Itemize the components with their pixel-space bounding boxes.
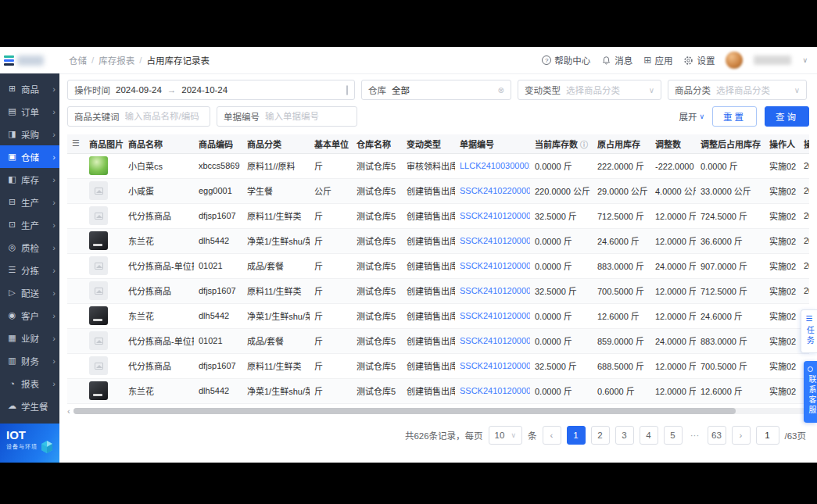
category-select[interactable]: 商品分类 选择商品分类 ∨	[668, 80, 807, 100]
product-image	[89, 306, 108, 325]
search-button[interactable]: 查询	[765, 106, 809, 127]
avatar[interactable]	[726, 52, 743, 69]
product-code: dfjsp1607	[194, 278, 242, 303]
change-type: 创建销售出库	[402, 278, 455, 303]
sidebar-item-delivery[interactable]: ▷配送›	[0, 281, 59, 304]
doc-number-link[interactable]: SSCK24101200003	[460, 236, 530, 245]
sidebar-item-inventory[interactable]: ◧库存›	[0, 168, 59, 191]
user-menu-caret-icon[interactable]: ∨	[802, 56, 808, 64]
prev-page-button[interactable]: ‹	[543, 426, 561, 445]
doc-number-link[interactable]: SSCK24101200003	[460, 286, 530, 295]
chevron-right-icon: ›	[52, 175, 56, 184]
doc-number-link[interactable]: SSCK24101200004	[460, 211, 530, 220]
operator: 实施02	[765, 228, 799, 253]
date-range-picker[interactable]: 操作时间 2024-09-24 → 2024-10-24	[67, 80, 355, 100]
image-placeholder-icon	[95, 188, 103, 195]
scroll-left-hint-icon[interactable]: ‹	[67, 406, 70, 416]
change-type-select[interactable]: 变动类型 选择商品分类 ∨	[518, 80, 661, 100]
scrollbar-thumb[interactable]	[73, 408, 736, 414]
help-center-button[interactable]: ? 帮助中心	[542, 54, 590, 66]
inventory-icon: ◧	[7, 174, 17, 184]
clear-icon[interactable]: ⊗	[498, 86, 504, 95]
keyword-input[interactable]	[125, 112, 204, 121]
base-unit: 斤	[310, 353, 352, 378]
operator: 实施02	[765, 203, 799, 228]
sidebar-item-warehouse[interactable]: ▣仓储›	[0, 145, 59, 168]
breadcrumb: 仓储/库存报表/占用库存记录表	[69, 54, 210, 66]
sidebar-item-student-meal[interactable]: ☁学生餐	[0, 395, 59, 417]
tasks-floating-button[interactable]: ☰ 任务	[801, 309, 817, 353]
column-settings-icon[interactable]: ☰	[72, 138, 80, 148]
doc-number-link[interactable]: LLCK24100300001	[460, 161, 530, 170]
doc-number-link[interactable]: SSCK24101200002	[460, 336, 530, 345]
breadcrumb-item[interactable]: 仓储	[69, 54, 87, 66]
doc-number-input[interactable]	[265, 112, 350, 121]
filter-row-2: 商品关键词 单据编号 展开 ∨ 重置 查询	[67, 106, 809, 127]
page-button-63[interactable]: 63	[708, 426, 726, 445]
sidebar-item-sorting[interactable]: ☰分拣›	[0, 259, 59, 281]
adjusted-occupied-stock: 33.0000 公斤	[696, 178, 765, 203]
student-meal-icon: ☁	[7, 401, 17, 411]
horizontal-scrollbar[interactable]	[73, 408, 809, 414]
chevron-right-icon: ›	[52, 334, 56, 343]
page-button-2[interactable]: 2	[591, 426, 610, 445]
adjusted-occupied-stock: 0.0000 斤	[696, 153, 765, 178]
sidebar-item-label: 分拣	[21, 264, 48, 277]
product-code: dfjsp1607	[194, 353, 242, 378]
doc-number-link[interactable]: SSCK24101200002	[460, 311, 530, 320]
product-code: dfjsp1607	[194, 203, 242, 228]
product-code: 01021	[194, 253, 242, 278]
product-image	[89, 156, 108, 175]
sidebar-item-label: 财务	[21, 355, 48, 367]
operator: 实施02	[765, 178, 799, 203]
product-name: 东兰花	[124, 303, 194, 328]
page-button-5[interactable]: 5	[664, 426, 683, 445]
sidebar-item-quality-check[interactable]: ◎质检›	[0, 236, 59, 259]
customer-service-floating-button[interactable]: 联系客服	[804, 361, 817, 423]
sidebar-item-products[interactable]: ⊞商品›	[0, 77, 59, 100]
page-jump-input[interactable]	[756, 426, 779, 445]
product-name: 代分拣商品-单位换算	[124, 253, 194, 278]
product-name: 东兰花	[124, 378, 194, 403]
change-type: 创建销售出库	[402, 328, 455, 353]
doc-number-link[interactable]: SSCK24101200001	[460, 386, 530, 395]
messages-button[interactable]: 消息	[601, 54, 632, 66]
table-zone: ☰商品图片商品名称商品编码商品分类基本单位仓库名称变动类型单据编号当前库存数 ⓘ…	[59, 134, 817, 416]
adjustment-qty: 4.0000 公斤	[650, 178, 696, 203]
keyword-field: 商品关键词	[67, 106, 210, 127]
expand-toggle[interactable]: 展开 ∨	[679, 110, 704, 123]
original-occupied-stock: 222.0000 斤	[593, 153, 650, 178]
doc-number-link[interactable]: SSCK24101200002	[460, 361, 530, 370]
doc-number-link[interactable]: SSCK24102200001	[460, 186, 530, 195]
next-page-button[interactable]: ›	[732, 426, 751, 445]
settings-button[interactable]: 设置	[683, 54, 715, 66]
sidebar-item-reports[interactable]: ◔报表›	[0, 372, 59, 395]
sidebar-item-biz-finance[interactable]: ▦业财›	[0, 327, 59, 349]
change-type: 审核领料出库	[402, 153, 455, 178]
product-category: 原料11/生鲜类	[242, 203, 310, 228]
apps-button[interactable]: ⊞ 应用	[643, 54, 672, 66]
breadcrumb-item[interactable]: 库存报表	[99, 54, 134, 66]
sidebar-item-finance[interactable]: ▥财务›	[0, 349, 59, 372]
adjustment-qty: 12.0000 斤	[650, 303, 696, 328]
sidebar-item-customers[interactable]: ◉客户›	[0, 304, 59, 327]
column-header: 商品名称	[124, 134, 194, 153]
warehouse-select[interactable]: 仓库 全部 ⊗	[361, 80, 511, 100]
page-button-1[interactable]: 1	[567, 426, 586, 445]
company-logo[interactable]	[0, 47, 59, 73]
adjustment-qty: 12.0000 斤	[650, 378, 696, 403]
change-type: 创建销售出库	[402, 353, 455, 378]
product-name: 代分拣商品	[124, 353, 194, 378]
page-button-4[interactable]: 4	[640, 426, 658, 445]
sidebar-item-production-1[interactable]: ⊟生产›	[0, 191, 59, 213]
chevron-down-icon: ∨	[699, 113, 704, 120]
sidebar-item-orders[interactable]: ▤订单›	[0, 100, 59, 123]
per-page-select[interactable]: 10 ∨	[489, 426, 522, 445]
sidebar-item-production-2[interactable]: ⊡生产›	[0, 213, 59, 236]
sidebar-item-purchase[interactable]: ◨采购›	[0, 123, 59, 145]
doc-number-link[interactable]: SSCK24101200003	[460, 261, 530, 270]
reset-button[interactable]: 重置	[712, 106, 757, 127]
base-unit: 斤	[310, 203, 352, 228]
pagination-bar: 共626条记录，每页 10 ∨ 条 ‹ 12345···63 › /63页	[59, 416, 817, 445]
page-button-3[interactable]: 3	[615, 426, 634, 445]
